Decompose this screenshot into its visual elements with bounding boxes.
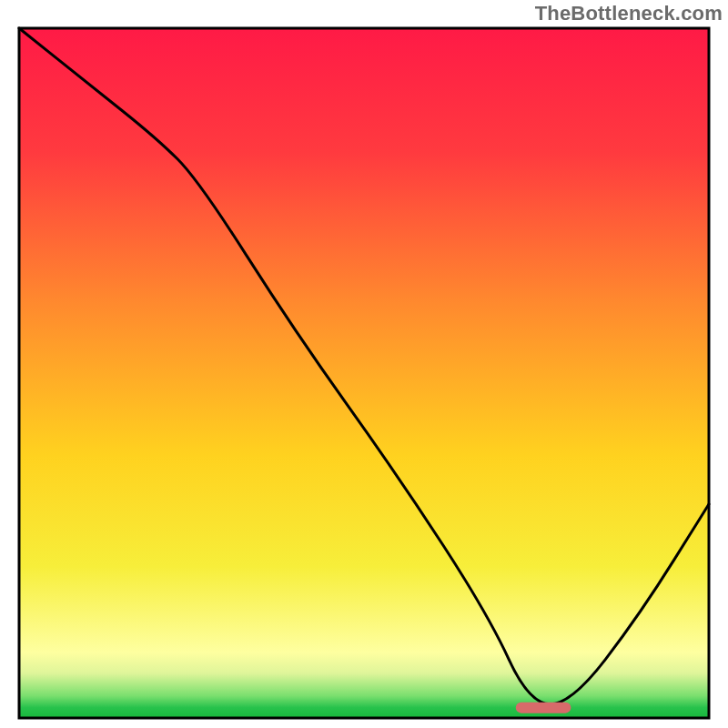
plot-background	[19, 28, 709, 718]
chart-container: TheBottleneck.com	[0, 0, 728, 728]
optimum-marker	[516, 703, 571, 713]
bottleneck-chart	[0, 0, 728, 728]
